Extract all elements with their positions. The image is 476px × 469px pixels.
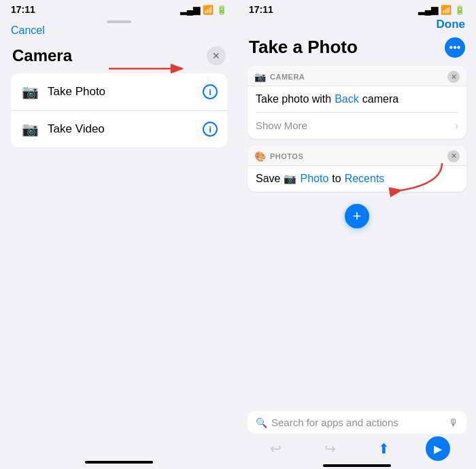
right-nav: Done bbox=[238, 16, 476, 34]
signal-icon: ▂▄▆ bbox=[180, 5, 200, 15]
left-status-icons: ▂▄▆ 📶 🔋 bbox=[180, 5, 227, 15]
photos-app-icon: 🎨 bbox=[254, 151, 266, 162]
done-button[interactable]: Done bbox=[437, 18, 466, 31]
to-text: to bbox=[332, 173, 341, 185]
right-status-bar: 17:11 ▂▄▆ 📶 🔋 bbox=[238, 0, 476, 16]
photos-card-header-left: 🎨 PHOTOS bbox=[254, 151, 303, 162]
add-button-container: + bbox=[238, 204, 476, 228]
take-photo-item[interactable]: 📷 Take Photo i bbox=[11, 73, 227, 111]
undo-icon: ↩ bbox=[270, 440, 282, 457]
show-more-row[interactable]: Show More › bbox=[248, 113, 466, 139]
modal-title: Camera bbox=[12, 46, 72, 65]
right-status-time: 17:11 bbox=[249, 4, 273, 15]
search-icon: 🔍 bbox=[256, 417, 267, 428]
cancel-button[interactable]: Cancel bbox=[11, 24, 45, 37]
back-camera-link[interactable]: Back bbox=[335, 93, 359, 105]
modal-header: Camera ✕ bbox=[0, 38, 238, 71]
add-action-button[interactable]: + bbox=[345, 204, 369, 228]
modal-close-button[interactable]: ✕ bbox=[207, 46, 226, 65]
bottom-toolbar: ↩ ↪ ⬆ ▶ bbox=[238, 434, 476, 464]
photos-action-text: Save 📷 Photo to Recents bbox=[256, 173, 458, 185]
left-phone-panel: 17:11 ▂▄▆ 📶 🔋 Cancel Camera ✕ 📷 Take Pho… bbox=[0, 0, 238, 469]
action-suffix: camera bbox=[362, 93, 398, 105]
camera-icon: 📷 bbox=[20, 82, 39, 101]
camera-action-text: Take photo with Back camera bbox=[256, 93, 458, 105]
take-photo-label: Take Photo bbox=[48, 85, 203, 99]
photos-action-card: 🎨 PHOTOS ✕ Save 📷 Photo to Recents bbox=[248, 145, 466, 192]
redo-button[interactable]: ↪ bbox=[318, 436, 342, 461]
right-status-icons: ▂▄▆ 📶 🔋 bbox=[418, 5, 465, 15]
more-options-button[interactable]: ••• bbox=[445, 37, 465, 58]
camera-card-close-button[interactable]: ✕ bbox=[447, 71, 460, 83]
home-indicator bbox=[85, 461, 153, 464]
right-wifi-icon: 📶 bbox=[441, 5, 452, 15]
share-icon: ⬆ bbox=[378, 440, 390, 457]
right-phone-panel: 17:11 ▂▄▆ 📶 🔋 Done Take a Photo ••• 📷 CA… bbox=[238, 0, 476, 469]
search-bar[interactable]: 🔍 Search for apps and actions 🎙 bbox=[248, 411, 466, 434]
camera-card-body: Take photo with Back camera bbox=[248, 86, 466, 112]
camera-app-icon: 📷 bbox=[254, 71, 266, 82]
right-signal-icon: ▂▄▆ bbox=[418, 5, 438, 15]
camera-menu-list: 📷 Take Photo i 📷 Take Video i bbox=[11, 73, 227, 147]
right-battery-icon: 🔋 bbox=[454, 5, 465, 15]
photos-app-name: PHOTOS bbox=[270, 152, 303, 160]
redo-icon: ↪ bbox=[324, 440, 336, 457]
take-video-info-button[interactable]: i bbox=[203, 122, 218, 137]
share-button[interactable]: ⬆ bbox=[372, 436, 396, 461]
left-status-time: 17:11 bbox=[11, 4, 35, 15]
recents-link[interactable]: Recents bbox=[345, 173, 385, 185]
camera-card-header-left: 📷 CAMERA bbox=[254, 71, 305, 82]
right-home-indicator bbox=[323, 464, 391, 467]
wifi-icon: 📶 bbox=[203, 5, 214, 15]
play-icon: ▶ bbox=[434, 442, 442, 455]
take-video-label: Take Video bbox=[48, 122, 203, 136]
photos-card-header: 🎨 PHOTOS ✕ bbox=[248, 145, 466, 166]
take-photo-info-button[interactable]: i bbox=[203, 84, 218, 99]
video-camera-icon: 📷 bbox=[20, 120, 39, 139]
search-placeholder: Search for apps and actions bbox=[271, 417, 444, 428]
play-button[interactable]: ▶ bbox=[426, 436, 450, 461]
camera-action-card: 📷 CAMERA ✕ Take photo with Back camera S… bbox=[248, 66, 466, 139]
microphone-icon[interactable]: 🎙 bbox=[448, 417, 458, 428]
search-bar-container: 🔍 Search for apps and actions 🎙 bbox=[238, 411, 476, 434]
action-prefix: Take photo with bbox=[256, 93, 331, 105]
camera-app-name: CAMERA bbox=[270, 73, 305, 81]
photo-link[interactable]: Photo bbox=[300, 173, 328, 185]
cancel-area: Cancel bbox=[0, 23, 238, 38]
left-status-bar: 17:11 ▂▄▆ 📶 🔋 bbox=[0, 0, 238, 16]
save-prefix: Save bbox=[256, 173, 280, 185]
take-video-item[interactable]: 📷 Take Video i bbox=[11, 111, 227, 147]
battery-icon: 🔋 bbox=[216, 5, 227, 15]
photo-emoji-icon: 📷 bbox=[284, 173, 296, 185]
page-title: Take a Photo bbox=[249, 37, 358, 58]
photos-card-body: Save 📷 Photo to Recents bbox=[248, 166, 466, 192]
camera-card-header: 📷 CAMERA ✕ bbox=[248, 66, 466, 86]
show-more-label: Show More bbox=[256, 120, 307, 131]
chevron-right-icon: › bbox=[455, 120, 458, 132]
photos-card-close-button[interactable]: ✕ bbox=[447, 150, 460, 162]
undo-button[interactable]: ↩ bbox=[264, 436, 288, 461]
right-title-row: Take a Photo ••• bbox=[238, 34, 476, 66]
